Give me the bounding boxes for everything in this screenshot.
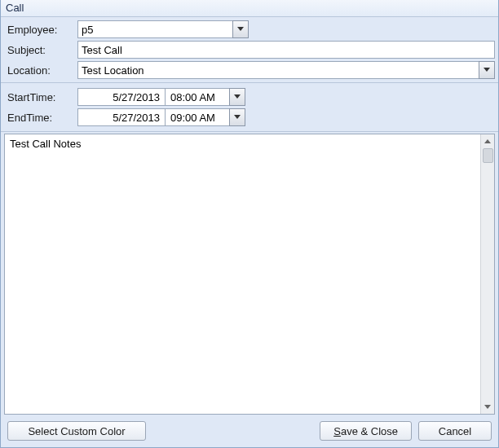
- location-label: Location:: [4, 64, 77, 77]
- end-time-dropdown-button[interactable]: [229, 108, 245, 126]
- start-time-input[interactable]: [166, 88, 229, 106]
- end-time-combo[interactable]: [166, 108, 245, 126]
- scroll-thumb[interactable]: [483, 148, 493, 163]
- start-time-label: StartTime:: [4, 91, 77, 103]
- location-input[interactable]: [77, 61, 479, 79]
- notes-textarea[interactable]: [5, 134, 480, 414]
- end-time-label: EndTime:: [4, 112, 77, 124]
- location-row: Location:: [4, 61, 495, 79]
- select-custom-color-button[interactable]: Select Custom Color: [7, 421, 146, 441]
- subject-wrap: [77, 41, 495, 59]
- start-time-row: StartTime:: [4, 88, 495, 106]
- cancel-button[interactable]: Cancel: [418, 421, 492, 441]
- start-time-dropdown-button[interactable]: [229, 88, 245, 106]
- scrollbar[interactable]: [480, 134, 494, 414]
- chevron-down-icon: [484, 68, 490, 72]
- chevron-down-icon: [234, 94, 241, 99]
- call-dialog: Call Employee: Subject: Location:: [0, 0, 499, 448]
- end-time-row: EndTime:: [4, 108, 495, 126]
- employee-row: Employee:: [4, 20, 495, 38]
- button-bar: Select Custom Color Save & Close Cancel: [1, 416, 498, 447]
- start-time-combo[interactable]: [166, 88, 245, 106]
- form-section: Employee: Subject: Location:: [1, 17, 498, 83]
- end-date-input[interactable]: [77, 108, 166, 126]
- subject-input[interactable]: [77, 41, 495, 59]
- chevron-down-icon: [234, 115, 241, 120]
- subject-row: Subject:: [4, 41, 495, 59]
- end-time-input[interactable]: [166, 108, 229, 126]
- save-close-button[interactable]: Save & Close: [320, 421, 412, 441]
- chevron-up-icon: [484, 139, 491, 144]
- location-dropdown-button[interactable]: [479, 61, 495, 79]
- dialog-title: Call: [1, 0, 498, 17]
- chevron-down-icon: [237, 27, 244, 32]
- notes-container: [4, 134, 495, 415]
- employee-dropdown-button[interactable]: [232, 20, 249, 38]
- chevron-down-icon: [484, 405, 491, 410]
- scroll-down-button[interactable]: [481, 400, 495, 414]
- employee-combo[interactable]: [77, 20, 249, 38]
- scroll-up-button[interactable]: [481, 134, 495, 148]
- time-section: StartTime: EndTime:: [1, 83, 498, 132]
- employee-input[interactable]: [77, 20, 232, 38]
- location-combo[interactable]: [77, 61, 495, 79]
- subject-label: Subject:: [4, 44, 77, 56]
- employee-label: Employee:: [4, 24, 77, 36]
- start-date-input[interactable]: [77, 88, 166, 106]
